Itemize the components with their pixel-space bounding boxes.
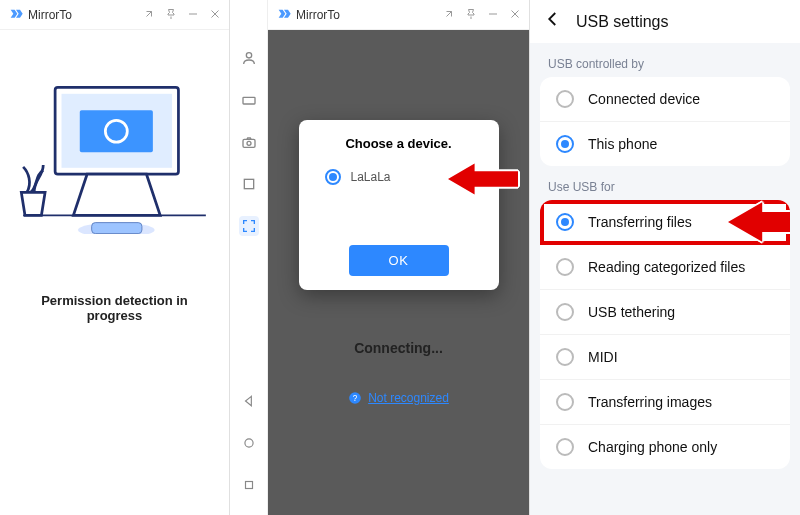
red-arrow-icon	[448, 160, 518, 198]
dialog-title: Choose a device.	[315, 136, 483, 151]
svg-rect-11	[243, 97, 255, 104]
pin-icon[interactable]	[465, 6, 477, 24]
svg-rect-20	[245, 482, 252, 489]
minimize-icon[interactable]	[487, 6, 499, 24]
settings-header: USB settings	[530, 0, 800, 43]
export-icon[interactable]	[143, 6, 155, 24]
svg-rect-15	[243, 139, 255, 147]
svg-point-19	[244, 439, 252, 447]
titlebar: MirrorTo	[0, 0, 229, 30]
illustration-computer-phone	[14, 60, 215, 238]
option-label: Transferring images	[588, 394, 712, 410]
pin-icon[interactable]	[165, 6, 177, 24]
window-controls	[443, 6, 521, 24]
controlled-card: Connected device This phone	[540, 77, 790, 166]
option-label: Transferring files	[588, 214, 692, 230]
home-circle-icon[interactable]	[239, 433, 259, 453]
option-charging-only[interactable]: Charging phone only	[540, 425, 790, 469]
mirrorto-window-permission: MirrorTo	[0, 0, 230, 515]
option-connected-device[interactable]: Connected device	[540, 77, 790, 122]
export-icon[interactable]	[443, 6, 455, 24]
option-label: Reading categorized files	[588, 259, 745, 275]
mirrorto-window-connect: MirrorTo Connecting... ? Not recognized …	[230, 0, 530, 515]
recent-square-icon[interactable]	[239, 475, 259, 495]
svg-text:?: ?	[353, 394, 358, 403]
option-label: Connected device	[588, 91, 700, 107]
brand-icon	[276, 7, 292, 23]
red-arrow-icon	[728, 200, 790, 245]
svg-rect-17	[244, 179, 253, 188]
usefor-card: Transferring files Reading categorized f…	[540, 200, 790, 469]
svg-point-16	[247, 141, 251, 145]
radio-icon	[556, 303, 574, 321]
radio-selected-icon	[556, 213, 574, 231]
section-controlled-label: USB controlled by	[530, 43, 800, 77]
option-this-phone[interactable]: This phone	[540, 122, 790, 166]
titlebar: MirrorTo	[268, 0, 529, 30]
radio-icon	[556, 258, 574, 276]
status-text: Permission detection in progress	[14, 293, 215, 323]
android-usb-settings: USB settings USB controlled by Connected…	[530, 0, 800, 515]
back-triangle-icon[interactable]	[239, 391, 259, 411]
radio-icon	[556, 348, 574, 366]
brand: MirrorTo	[8, 7, 143, 23]
help-icon: ?	[348, 391, 362, 405]
page-title: USB settings	[576, 13, 668, 31]
brand-text: MirrorTo	[28, 8, 72, 22]
expand-box-icon[interactable]	[239, 174, 259, 194]
svg-marker-27	[728, 202, 790, 242]
device-name: LaLaLa	[351, 170, 391, 184]
radio-selected-icon	[325, 169, 341, 185]
svg-rect-6	[80, 110, 153, 152]
option-usb-tethering[interactable]: USB tethering	[540, 290, 790, 335]
option-label: MIDI	[588, 349, 618, 365]
svg-marker-26	[448, 164, 518, 195]
radio-icon	[556, 393, 574, 411]
window-controls	[143, 6, 221, 24]
fullscreen-icon[interactable]	[239, 216, 259, 236]
keyboard-icon[interactable]	[239, 90, 259, 110]
option-reading-categorized[interactable]: Reading categorized files	[540, 245, 790, 290]
radio-selected-icon	[556, 135, 574, 153]
connecting-text: Connecting...	[354, 340, 443, 356]
radio-icon	[556, 90, 574, 108]
svg-point-10	[246, 53, 251, 58]
option-label: Charging phone only	[588, 439, 717, 455]
svg-marker-18	[245, 396, 251, 405]
sidebar	[230, 0, 268, 515]
brand-icon	[8, 7, 24, 23]
radio-icon	[556, 438, 574, 456]
close-icon[interactable]	[209, 6, 221, 24]
option-label: This phone	[588, 136, 657, 152]
brand: MirrorTo	[276, 7, 443, 23]
section-usefor-label: Use USB for	[530, 166, 800, 200]
user-icon[interactable]	[239, 48, 259, 68]
option-transferring-files[interactable]: Transferring files	[540, 200, 790, 245]
option-label: USB tethering	[588, 304, 675, 320]
ok-button[interactable]: OK	[349, 245, 449, 276]
svg-rect-9	[92, 223, 142, 234]
camera-icon[interactable]	[239, 132, 259, 152]
not-recognized-link[interactable]: ? Not recognized	[348, 391, 449, 405]
option-transferring-images[interactable]: Transferring images	[540, 380, 790, 425]
option-midi[interactable]: MIDI	[540, 335, 790, 380]
back-icon[interactable]	[544, 10, 562, 33]
close-icon[interactable]	[509, 6, 521, 24]
minimize-icon[interactable]	[187, 6, 199, 24]
choose-device-dialog: Choose a device. LaLaLa OK	[299, 120, 499, 290]
brand-text: MirrorTo	[296, 8, 340, 22]
